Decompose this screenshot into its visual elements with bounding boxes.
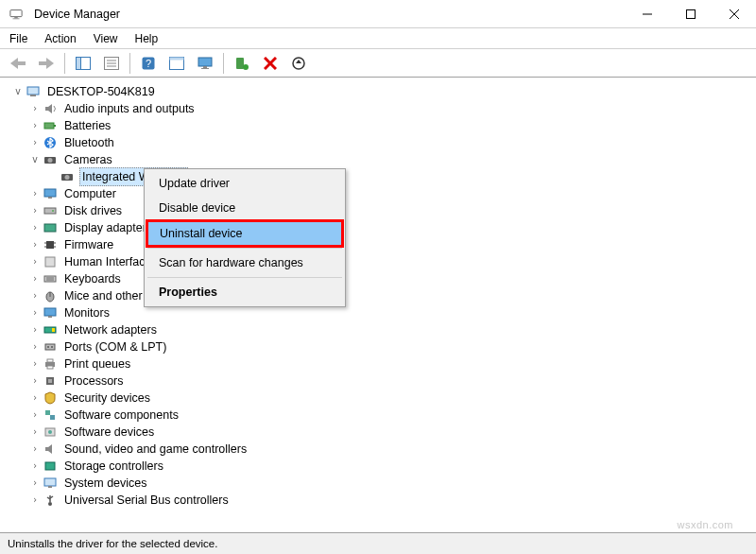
toolbar-enable-icon[interactable] (230, 52, 254, 75)
audio-icon (42, 101, 59, 116)
battery-icon (42, 118, 59, 133)
tree-item-integrated-webcam[interactable]: Integrated Webcam (2, 168, 756, 185)
svg-rect-51 (44, 276, 56, 282)
expand-icon[interactable]: › (28, 372, 42, 390)
expand-icon[interactable]: › (28, 492, 42, 509)
tree-item-sound[interactable]: ›Sound, video and game controllers (2, 441, 756, 458)
expand-icon[interactable]: › (28, 321, 42, 338)
tree-item-network[interactable]: ›Network adapters (2, 321, 756, 338)
tree-item-disk-drives[interactable]: ›Disk drives (2, 202, 756, 219)
svg-rect-40 (44, 189, 56, 197)
device-manager-icon (8, 7, 25, 22)
tree-item-hid[interactable]: ›Human Interface Devices (2, 253, 756, 270)
menu-file[interactable]: File (9, 32, 27, 45)
expand-icon[interactable]: › (28, 441, 42, 458)
tree-item-print-queues[interactable]: ›Print queues (2, 355, 756, 372)
toolbar-show-hide-tree-icon[interactable] (71, 52, 95, 75)
expand-icon[interactable]: › (28, 202, 42, 219)
svg-rect-67 (48, 379, 52, 383)
tree-item-security[interactable]: ›Security devices (2, 390, 756, 407)
security-icon (42, 390, 59, 406)
collapse-icon[interactable]: v (28, 151, 42, 168)
tree-item-audio[interactable]: ›Audio inputs and outputs (2, 100, 756, 117)
expand-icon[interactable]: › (28, 270, 42, 287)
tree-item-mice[interactable]: ›Mice and other pointing devices (2, 287, 756, 304)
expand-icon[interactable]: › (28, 424, 42, 441)
expand-icon[interactable]: › (28, 475, 42, 492)
toolbar-uninstall-icon[interactable] (258, 52, 283, 75)
chip-icon (42, 237, 59, 252)
menu-action[interactable]: Action (44, 32, 76, 45)
tree-item-processors[interactable]: ›Processors (2, 372, 756, 390)
tree-item-storage[interactable]: ›Storage controllers (2, 458, 756, 475)
tree-item-batteries[interactable]: ›Batteries (2, 117, 756, 134)
network-adapter-icon (42, 322, 59, 338)
expand-icon[interactable]: › (28, 236, 42, 253)
monitor-icon (42, 186, 59, 201)
expand-icon[interactable]: › (28, 100, 42, 117)
tree-item-computer[interactable]: ›Computer (2, 185, 756, 202)
svg-marker-29 (296, 60, 301, 63)
back-button[interactable] (6, 52, 30, 75)
minimize-button[interactable] (626, 0, 669, 28)
toolbar-help-icon[interactable]: ? (136, 52, 161, 75)
toolbar-scan-icon[interactable] (164, 52, 189, 75)
forward-button[interactable] (34, 52, 59, 75)
display-adapter-icon (42, 220, 59, 235)
maximize-button[interactable] (669, 0, 713, 28)
expand-icon[interactable]: › (28, 287, 42, 304)
svg-point-62 (51, 346, 53, 348)
expand-icon[interactable]: › (28, 134, 42, 151)
tree-item-ports[interactable]: ›Ports (COM & LPT) (2, 338, 756, 355)
device-tree[interactable]: v DESKTOP-504K819 ›Audio inputs and outp… (0, 78, 756, 533)
menu-uninstall-device[interactable]: Uninstall device (147, 221, 342, 246)
toolbar-properties-icon[interactable] (99, 52, 124, 75)
keyboard-icon (42, 271, 59, 286)
tree-item-software-devices[interactable]: ›Software devices (2, 424, 756, 441)
expand-icon[interactable]: › (28, 185, 42, 202)
tree-item-usb[interactable]: ›Universal Serial Bus controllers (2, 492, 756, 509)
tree-item-keyboards[interactable]: ›Keyboards (2, 270, 756, 287)
expand-icon[interactable]: › (28, 117, 42, 134)
menu-disable-device[interactable]: Disable device (146, 196, 343, 220)
expand-icon[interactable]: › (28, 390, 42, 407)
expand-icon[interactable]: › (28, 407, 42, 424)
svg-rect-44 (44, 224, 56, 232)
menu-update-driver[interactable]: Update driver (146, 171, 343, 196)
expand-icon[interactable]: › (28, 355, 42, 372)
expand-icon[interactable]: › (28, 219, 42, 236)
context-menu: Update driver Disable device Uninstall d… (144, 168, 346, 307)
expand-icon[interactable]: › (28, 458, 42, 475)
menu-properties[interactable]: Properties (146, 280, 343, 304)
tree-item-software-components[interactable]: ›Software components (2, 407, 756, 424)
tree-root[interactable]: v DESKTOP-504K819 (2, 83, 756, 100)
toolbar-monitor-icon[interactable] (193, 52, 217, 75)
tree-item-system-devices[interactable]: ›System devices (2, 475, 756, 492)
tree-item-display-adapters[interactable]: ›Display adapters (2, 219, 756, 236)
tree-item-cameras[interactable]: vCameras (2, 151, 756, 168)
expand-icon[interactable]: › (28, 253, 42, 270)
menu-help[interactable]: Help (135, 32, 159, 45)
menu-scan-hardware[interactable]: Scan for hardware changes (146, 251, 343, 275)
svg-marker-72 (45, 444, 52, 454)
svg-point-71 (48, 430, 52, 434)
svg-rect-69 (50, 415, 55, 420)
svg-rect-56 (44, 308, 56, 316)
tree-item-bluetooth[interactable]: ›Bluetooth (2, 134, 756, 151)
tree-item-monitors[interactable]: ›Monitors (2, 304, 756, 321)
cpu-icon (42, 373, 59, 389)
svg-rect-10 (39, 61, 46, 65)
toolbar-update-icon[interactable] (286, 52, 311, 75)
svg-rect-75 (48, 486, 52, 488)
svg-rect-59 (52, 328, 55, 332)
svg-rect-1 (14, 16, 18, 18)
expand-icon[interactable]: › (28, 338, 42, 355)
svg-rect-68 (45, 410, 50, 415)
svg-point-43 (52, 210, 54, 212)
menu-view[interactable]: View (94, 32, 118, 45)
close-button[interactable] (713, 0, 756, 28)
window-title-text: Device Manager (34, 8, 120, 21)
collapse-icon[interactable]: v (11, 83, 25, 100)
expand-icon[interactable]: › (28, 304, 42, 321)
tree-item-firmware[interactable]: ›Firmware (2, 236, 756, 253)
